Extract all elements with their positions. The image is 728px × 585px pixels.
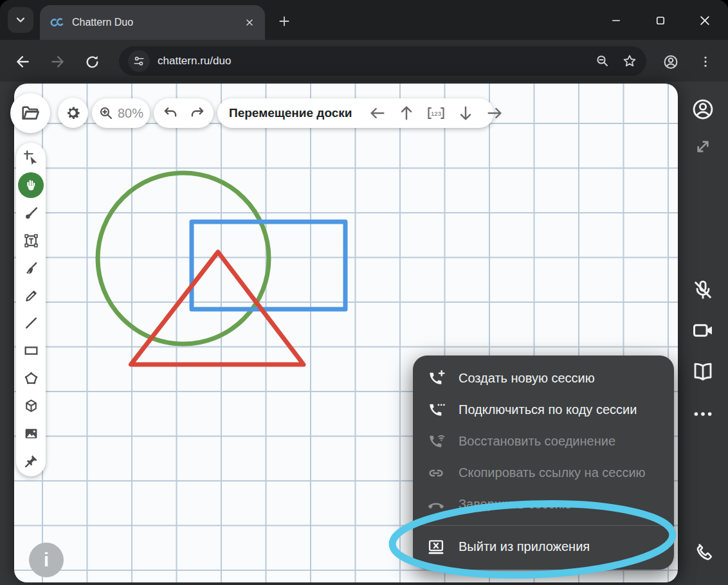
back-button[interactable] [15, 53, 32, 70]
info-button[interactable]: i [29, 543, 64, 577]
tool-cube[interactable] [16, 392, 46, 420]
move-right-button[interactable] [486, 104, 504, 123]
library-button[interactable] [691, 360, 714, 383]
tool-rectangle[interactable] [16, 337, 46, 364]
folder-open-icon [20, 103, 41, 123]
tool-hand-pan[interactable] [16, 172, 46, 199]
menu-item-label: Скопировать ссылку на сессию [459, 465, 646, 480]
zoom-in-magnifier-icon [98, 105, 114, 121]
arrow-left-icon [369, 104, 387, 122]
video-camera-icon [691, 319, 714, 342]
move-board-toolbar: Перемещение доски 123 [217, 98, 494, 128]
menu-item-copy-session-link: Скопировать ссылку на сессию [413, 457, 674, 489]
tool-pencil[interactable] [16, 282, 46, 310]
tool-pin[interactable] [16, 447, 46, 475]
more-options-button[interactable] [691, 402, 714, 426]
exit-app-icon [426, 538, 446, 556]
move-board-label: Перемещение доски [229, 106, 352, 120]
pin-icon [23, 453, 39, 469]
camera-button[interactable] [691, 319, 714, 342]
arrow-up-icon [397, 104, 415, 122]
go-to-page-button[interactable]: 123 [426, 104, 446, 123]
gear-icon [64, 104, 82, 122]
minimize-icon [610, 15, 622, 26]
active-tool-highlight [18, 172, 44, 198]
maximize-icon [655, 15, 666, 26]
arrow-down-icon [457, 104, 475, 122]
tool-polygon[interactable] [16, 364, 46, 392]
tool-line[interactable] [16, 310, 46, 338]
broom-icon [23, 260, 39, 276]
reload-icon [84, 54, 100, 70]
reload-button[interactable] [84, 53, 100, 70]
mic-off-icon [691, 278, 714, 302]
forward-button[interactable] [49, 53, 66, 70]
text-frame-icon [23, 233, 39, 249]
cube-icon [23, 398, 39, 414]
plus-icon [278, 15, 291, 28]
menu-item-restore-connection: Восстановить соединение [413, 426, 674, 457]
pencil-icon [23, 288, 39, 304]
move-left-button[interactable] [369, 104, 387, 123]
microphone-mute-button[interactable] [691, 278, 714, 302]
arrow-right-icon [486, 104, 504, 122]
window-maximize-button[interactable] [646, 6, 675, 35]
menu-item-join-by-code[interactable]: Подключиться по коду сессии [413, 394, 674, 426]
tab-close-icon[interactable] [244, 17, 255, 28]
site-settings-button[interactable] [128, 50, 150, 72]
window-minimize-button[interactable] [601, 6, 631, 35]
star-icon [622, 53, 637, 69]
zoom-out-magnifier-icon [595, 53, 610, 69]
menu-item-create-session[interactable]: Создать новую сессию [413, 363, 674, 394]
shape-circle[interactable] [98, 173, 269, 344]
bookmark-button[interactable] [622, 53, 637, 69]
tab-search-button[interactable] [8, 7, 33, 33]
address-bar[interactable]: chattern.ru/duo [119, 46, 646, 76]
undo-icon[interactable] [162, 105, 179, 122]
phone-hangup-icon [426, 496, 446, 514]
phone-signal-icon [426, 433, 446, 451]
zoom-control[interactable]: 80% [92, 98, 150, 128]
hand-icon [23, 177, 39, 193]
phone-dial-code-icon [426, 401, 446, 419]
zoom-level-label: 80% [118, 106, 143, 121]
menu-item-label: Выйти из приложения [459, 539, 590, 554]
zoom-indicator-button[interactable] [595, 53, 610, 69]
svg-text:123: 123 [431, 110, 441, 117]
page-number-brackets-icon: 123 [426, 105, 446, 122]
history-controls [154, 98, 214, 128]
tool-broom-clear[interactable] [16, 255, 46, 282]
site-settings-icon [132, 55, 145, 68]
brush-icon [23, 205, 39, 221]
tool-select-crop[interactable] [16, 144, 46, 172]
redo-icon[interactable] [189, 105, 206, 122]
move-down-button[interactable] [457, 104, 475, 123]
new-tab-button[interactable] [273, 10, 296, 33]
tool-text-frame[interactable] [16, 227, 46, 255]
polygon-icon [23, 370, 39, 386]
line-icon [23, 315, 39, 331]
tab-title: Chattern Duo [72, 17, 244, 28]
profile-icon [662, 53, 679, 71]
expand-icon [693, 136, 713, 157]
back-arrow-icon [15, 53, 32, 70]
fullscreen-button[interactable] [691, 135, 714, 158]
call-button[interactable] [691, 540, 714, 563]
window-close-button[interactable] [690, 6, 720, 35]
browser-tab[interactable]: Chattern Duo [40, 5, 265, 40]
kebab-menu-icon [698, 55, 713, 69]
browser-titlebar: Chattern Duo [0, 0, 728, 40]
move-up-button[interactable] [397, 104, 415, 123]
browser-menu-button[interactable] [697, 53, 714, 70]
phone-plus-icon [426, 370, 446, 388]
tool-image[interactable] [16, 420, 46, 447]
menu-item-exit-application[interactable]: Выйти из приложения [413, 531, 674, 562]
app-favicon [50, 16, 64, 29]
account-button[interactable] [691, 98, 714, 121]
profile-button[interactable] [662, 53, 679, 70]
close-icon [698, 14, 711, 27]
page-content: 80% Перемещение доски [0, 82, 728, 585]
tool-brush[interactable] [16, 199, 46, 227]
open-file-button[interactable] [10, 93, 50, 133]
settings-button[interactable] [58, 98, 88, 128]
